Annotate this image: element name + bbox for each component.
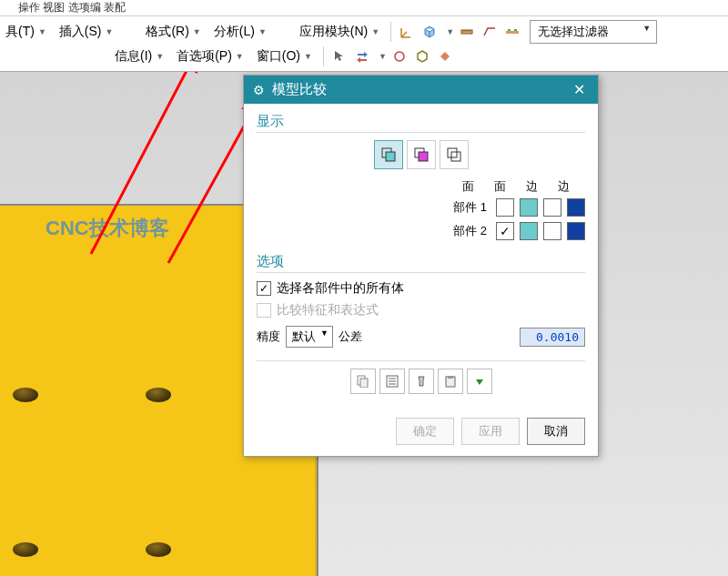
dropdown-icon[interactable] <box>467 369 492 394</box>
option-compare-features: 比较特征和表达式 <box>257 302 585 318</box>
part2-label: 部件 2 <box>453 223 487 239</box>
list-icon[interactable] <box>379 369 405 394</box>
part2-visibility-checkbox[interactable]: ✓ <box>496 222 514 240</box>
mode-overlay-button[interactable] <box>374 140 403 169</box>
chevron-down-icon: ▼ <box>304 52 312 61</box>
menu-application[interactable]: 应用模块(N)▼ <box>294 21 385 43</box>
menubar-row2: 信息(I)▼ 首选项(P)▼ 窗口(O)▼ ▼ <box>0 45 728 67</box>
part2-edge-color[interactable] <box>567 222 585 240</box>
flashlight-icon[interactable] <box>409 369 434 394</box>
dialog-titlebar[interactable]: ⚙ 模型比较 ✕ <box>244 76 598 104</box>
paste-icon[interactable] <box>438 369 463 394</box>
precision-combo[interactable]: 默认 <box>286 326 333 348</box>
circle-icon[interactable] <box>389 46 410 66</box>
chevron-down-icon: ▼ <box>371 27 379 36</box>
display-mode-group <box>257 140 585 169</box>
diamond-icon[interactable] <box>435 46 455 66</box>
part1-visibility-checkbox[interactable] <box>496 198 514 217</box>
svg-rect-23 <box>448 376 453 379</box>
measure-icon[interactable] <box>480 22 500 42</box>
chevron-down-icon: ▼ <box>236 52 244 61</box>
part1-label: 部件 1 <box>453 199 487 216</box>
menu-analysis[interactable]: 分析(L)▼ <box>208 21 272 43</box>
mode-highlight-button[interactable] <box>407 140 436 169</box>
menu-tools[interactable]: 具(T)▼ <box>0 21 52 43</box>
option-select-all[interactable]: ✓ 选择各部件中的所有体 <box>257 280 585 297</box>
part2-row: 部件 2 ✓ <box>257 222 585 240</box>
svg-rect-4 <box>506 31 519 34</box>
select-all-checkbox[interactable]: ✓ <box>257 281 271 296</box>
svg-rect-14 <box>448 148 457 157</box>
cursor-icon[interactable] <box>329 46 349 66</box>
svg-rect-5 <box>508 29 511 31</box>
part1-face-color[interactable] <box>520 198 538 217</box>
ok-button: 确定 <box>396 418 454 445</box>
precision-label: 精度 <box>257 328 280 345</box>
dialog-title: 模型比较 <box>272 81 327 98</box>
icon-group-1: ▼ <box>390 22 528 42</box>
tolerance-label: 公差 <box>339 328 362 345</box>
gear-icon: ⚙ <box>253 83 265 97</box>
ruler-icon[interactable] <box>457 22 477 42</box>
apply-button: 应用 <box>461 418 520 445</box>
menu-format[interactable]: 格式(R)▼ <box>140 21 206 43</box>
svg-rect-15 <box>451 152 460 161</box>
close-icon[interactable]: ✕ <box>570 81 589 98</box>
svg-rect-11 <box>386 152 395 161</box>
model-compare-dialog: ⚙ 模型比较 ✕ 显示 面 面 边 边 部件 1 <box>243 75 599 457</box>
menu-preferences[interactable]: 首选项(P)▼ <box>171 45 249 67</box>
cube-icon[interactable] <box>420 22 440 42</box>
menu-insert[interactable]: 插入(S)▼ <box>54 21 119 43</box>
chevron-down-icon[interactable]: ▼ <box>379 52 387 61</box>
chevron-down-icon: ▼ <box>258 27 267 36</box>
tolerance-input[interactable] <box>520 328 585 347</box>
compare-features-checkbox <box>257 303 271 318</box>
swap-icon[interactable] <box>352 46 372 66</box>
viewport[interactable]: CNC技术博客 ⚙ 模型比较 ✕ 显示 面 面 边 <box>0 72 728 576</box>
copy-icon[interactable] <box>350 369 376 394</box>
part1-row: 部件 1 <box>257 198 585 217</box>
hole <box>146 388 171 402</box>
menu-info[interactable]: 信息(I)▼ <box>109 45 169 67</box>
dialog-mini-toolbar <box>257 360 585 394</box>
color-grid-headers: 面 面 边 边 <box>257 178 585 195</box>
part2-face2-color[interactable] <box>543 222 561 240</box>
filter-combo[interactable]: 无选择过滤器 <box>530 20 657 44</box>
chevron-down-icon: ▼ <box>38 27 46 36</box>
hex-icon[interactable] <box>412 46 432 66</box>
chevron-down-icon[interactable]: ▼ <box>446 27 454 36</box>
mode-outline-button[interactable] <box>440 140 469 169</box>
section-options: 选项 <box>257 253 585 273</box>
section-display: 显示 <box>257 113 585 133</box>
chevron-down-icon: ▼ <box>156 52 164 61</box>
chevron-down-icon: ▼ <box>105 27 113 36</box>
hole <box>146 542 171 557</box>
part2-face-color[interactable] <box>520 222 538 240</box>
precision-row: 精度 默认 公差 <box>257 326 585 348</box>
svg-rect-17 <box>360 379 368 388</box>
cancel-button[interactable]: 取消 <box>527 418 585 445</box>
svg-point-7 <box>395 52 404 61</box>
scale-icon[interactable] <box>502 22 522 42</box>
part1-face2-color[interactable] <box>543 198 561 217</box>
main-menubar: 具(T)▼ 插入(S)▼ 格式(R)▼ 分析(L)▼ 应用模块(N)▼ ▼ 无选… <box>0 20 728 44</box>
chevron-down-icon: ▼ <box>193 27 201 36</box>
svg-rect-6 <box>514 29 517 31</box>
svg-rect-13 <box>419 152 428 161</box>
menu-window[interactable]: 窗口(O)▼ <box>251 45 318 67</box>
toolbar: 具(T)▼ 插入(S)▼ 格式(R)▼ 分析(L)▼ 应用模块(N)▼ ▼ 无选… <box>0 16 728 72</box>
hole <box>13 542 38 557</box>
watermark: CNC技术博客 <box>46 215 169 242</box>
hole <box>13 388 38 402</box>
dialog-footer: 确定 应用 取消 <box>244 410 598 456</box>
icon-group-2: ▼ <box>323 46 460 66</box>
part1-edge-color[interactable] <box>567 198 585 217</box>
axis-icon[interactable] <box>397 22 417 42</box>
top-menu-fragment: 操作 视图 选项编 装配 <box>0 0 728 16</box>
